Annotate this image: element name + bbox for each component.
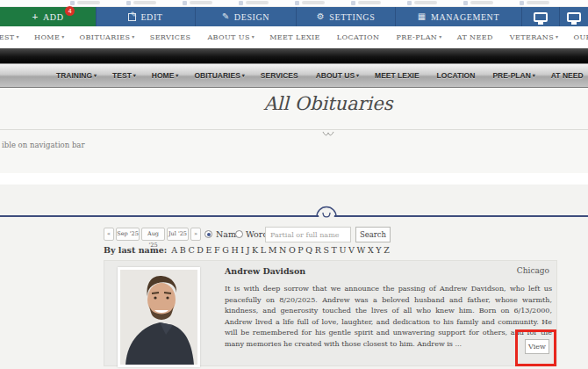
site-nav-item[interactable]: MEET LEXIE	[375, 71, 421, 80]
letter-link[interactable]: Z	[384, 245, 390, 255]
site-nav-item[interactable]: TRAINING▾	[56, 71, 97, 80]
letter-link[interactable]: C	[188, 245, 194, 255]
letter-link[interactable]: D	[197, 245, 204, 255]
chevron-down-icon: ▾	[242, 73, 245, 78]
bookmark-item[interactable]	[414, 1, 437, 4]
view-button[interactable]: View	[525, 339, 549, 354]
bookmark-item[interactable]	[358, 1, 381, 4]
letter-link[interactable]: X	[368, 245, 374, 255]
browser-bookmarks-bar	[0, 0, 588, 7]
prev-month-button[interactable]: «	[104, 228, 114, 241]
gear-icon: ⚙	[317, 12, 326, 21]
desktop-preview-button-2[interactable]	[559, 7, 588, 26]
letter-link[interactable]: F	[214, 245, 220, 255]
preview-nav-item[interactable]: OBITUARIES▾	[80, 33, 135, 41]
site-nav-item[interactable]: LOCATION	[437, 71, 477, 80]
preview-nav-item[interactable]: MEET LEXIE	[269, 33, 322, 41]
bookmark-item[interactable]	[133, 1, 156, 4]
letter-link[interactable]: U	[339, 245, 346, 255]
letter-link[interactable]: N	[279, 245, 286, 255]
site-nav-item[interactable]: SERVICES	[261, 71, 300, 80]
obituaries-section: « Sep '25 Aug '25 Jul '25 » Name Word Se…	[0, 184, 588, 369]
obituary-city: Chicago	[517, 266, 549, 275]
site-nav-item[interactable]: PRE-PLAN▾	[492, 71, 534, 80]
add-button[interactable]: + ADD 4	[0, 7, 96, 26]
preview-nav-item[interactable]: LOCATION	[337, 33, 382, 41]
letter-link[interactable]: L	[261, 245, 266, 255]
radio-word[interactable]	[235, 230, 243, 238]
design-button[interactable]: ✎ DESIGN	[195, 7, 296, 26]
site-nav-item[interactable]: AT NEED	[551, 71, 585, 80]
obituary-excerpt: It is with deep sorrow that we announce …	[225, 284, 552, 351]
site-nav-item[interactable]: TEST▾	[112, 71, 136, 80]
chevron-down-icon: ▾	[133, 73, 136, 78]
obituary-card: Andrew Davidson Chicago It is with deep …	[104, 260, 557, 366]
bookmark-item[interactable]	[302, 1, 325, 4]
search-button[interactable]: Search	[355, 227, 391, 242]
letter-link[interactable]: M	[269, 245, 277, 255]
letter-link[interactable]: S	[323, 245, 329, 255]
letter-link[interactable]: A	[171, 245, 177, 255]
month-button-sep[interactable]: Sep '25	[116, 228, 140, 241]
bookmark-item[interactable]	[77, 1, 100, 4]
bookmark-item[interactable]	[246, 1, 269, 4]
letter-link[interactable]: I	[240, 245, 244, 255]
edit-button[interactable]: EDIT	[96, 7, 195, 26]
letter-link[interactable]: O	[289, 245, 296, 255]
notification-badge: 4	[65, 6, 75, 16]
letter-link[interactable]: R	[315, 245, 321, 255]
chevron-down-icon: ▾	[17, 33, 19, 40]
management-button[interactable]: ▦ MANAGEMENT	[395, 7, 521, 26]
chevron-down-icon: ▾	[439, 33, 441, 40]
obituary-search-controls: « Sep '25 Aug '25 Jul '25 » Name Word Se…	[104, 227, 507, 244]
plus-icon: +	[32, 11, 39, 22]
letter-link[interactable]: Q	[305, 245, 312, 255]
preview-nav-item[interactable]: OUR SERVICES▾	[573, 33, 588, 41]
next-month-button[interactable]: »	[190, 228, 201, 241]
preview-nav-item[interactable]: SERVICES	[150, 33, 193, 41]
preview-nav-item[interactable]: ABOUT US▾	[207, 33, 255, 41]
site-nav-item[interactable]: ABOUT US▾	[316, 71, 359, 80]
settings-button[interactable]: ⚙ SETTINGS	[296, 7, 395, 26]
letter-link[interactable]: W	[357, 245, 366, 255]
letter-link[interactable]: T	[332, 245, 337, 255]
site-nav: TRAINING▾ TEST▾ HOME▾ OBITUARIES▾ SERVIC…	[0, 63, 588, 88]
editor-preview-nav: TEST▾ HOME▾ OBITUARIES▾ SERVICES ABOUT U…	[0, 26, 588, 48]
nav-visibility-note: ible on navigation bar	[2, 141, 84, 149]
alphabet-label: By last name:	[104, 245, 167, 255]
letter-link[interactable]: K	[252, 245, 258, 255]
letter-link[interactable]: Y	[376, 245, 381, 255]
page-title: All Obituaries	[263, 93, 392, 114]
letter-link[interactable]: G	[222, 245, 229, 255]
preview-nav-item[interactable]: PRE-PLAN▾	[396, 33, 441, 41]
admin-toolbar: + ADD 4 EDIT ✎ DESIGN ⚙ SETTINGS ▦ MANAG…	[0, 7, 588, 26]
preview-nav-item[interactable]: AT NEED	[457, 33, 495, 41]
bookmark-item[interactable]	[470, 1, 493, 4]
desktop-preview-button[interactable]	[521, 7, 559, 26]
edit-pencil-icon	[128, 13, 136, 21]
month-button-jul[interactable]: Jul '25	[167, 228, 189, 241]
letter-link[interactable]: H	[231, 245, 238, 255]
preview-nav-item[interactable]: HOME▾	[34, 33, 65, 41]
bookmark-item[interactable]	[527, 1, 549, 4]
preview-nav-item[interactable]: VETERANS▾	[510, 33, 559, 41]
preview-nav-item[interactable]: TEST▾	[0, 33, 19, 41]
letter-link[interactable]: P	[298, 245, 303, 255]
letter-link[interactable]: V	[348, 245, 355, 255]
letter-link[interactable]: B	[180, 245, 186, 255]
edit-button-label: EDIT	[140, 12, 162, 22]
obituary-name: Andrew Davidson	[225, 266, 305, 276]
page-header-area: All Obituaries ible on navigation bar	[0, 88, 588, 173]
search-input[interactable]	[265, 227, 351, 242]
letter-link[interactable]: J	[247, 245, 250, 255]
letter-link[interactable]: E	[205, 245, 212, 255]
site-nav-item[interactable]: OBITUARIES▾	[194, 71, 244, 80]
site-nav-item[interactable]: HOME▾	[152, 71, 179, 80]
title-divider	[0, 129, 588, 130]
month-button-aug[interactable]: Aug '25	[141, 228, 165, 241]
chevron-down-icon: ▾	[356, 73, 359, 78]
radio-name[interactable]	[204, 230, 212, 238]
design-pencil-icon: ✎	[222, 12, 230, 21]
header-dark-strip	[0, 48, 588, 63]
bookmark-item[interactable]	[190, 1, 212, 4]
